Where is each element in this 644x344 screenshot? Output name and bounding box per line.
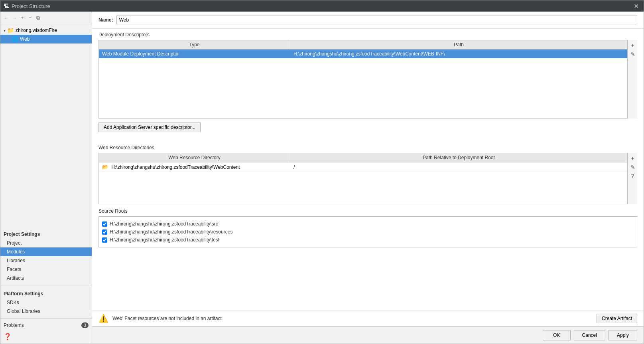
source-roots-title: Source Roots bbox=[98, 208, 637, 214]
dialog-body: ← → + − ⧉ ▾ 📁 zhirong.wisdomFire 🌐 Web bbox=[0, 12, 644, 344]
nav-item-artifacts[interactable]: Artifacts bbox=[0, 274, 92, 283]
source-root-label-0: H:\zhirong\zhangshu\zhirong.zsfoodTracea… bbox=[110, 221, 218, 227]
apply-button[interactable]: Apply bbox=[609, 330, 637, 340]
close-button[interactable]: ✕ bbox=[632, 2, 640, 10]
wr-col2-header: Path Relative to Deployment Root bbox=[290, 153, 627, 162]
web-resource-title: Web Resource Directories bbox=[98, 145, 637, 150]
wr-table: Web Resource Directory Path Relative to … bbox=[98, 153, 628, 204]
help-icon[interactable]: ❓ bbox=[4, 333, 12, 340]
help-wr-btn[interactable]: ? bbox=[629, 172, 637, 180]
tree-item-web[interactable]: 🌐 Web bbox=[0, 35, 92, 43]
left-panel: ← → + − ⧉ ▾ 📁 zhirong.wisdomFire 🌐 Web bbox=[0, 12, 92, 344]
nav-item-global-libraries[interactable]: Global Libraries bbox=[0, 307, 92, 316]
back-button[interactable]: ← bbox=[3, 14, 10, 22]
wr-directory-cell: 📂 H:\zhirong\zhangshu\zhirong.zsfoodTrac… bbox=[99, 162, 290, 172]
name-input[interactable] bbox=[116, 16, 637, 24]
source-root-checkbox-0[interactable] bbox=[102, 221, 107, 227]
add-module-button[interactable]: + bbox=[19, 14, 26, 22]
source-root-row-2: H:\zhirong\zhangshu\zhirong.zsfoodTracea… bbox=[102, 236, 634, 244]
descriptor-row[interactable]: Web Module Deployment Descriptor H:\zhir… bbox=[99, 49, 627, 58]
deployment-table: Type Path Web Module Deployment Descript… bbox=[98, 40, 628, 119]
nav-item-libraries[interactable]: Libraries bbox=[0, 256, 92, 265]
source-root-label-1: H:\zhirong\zhangshu\zhirong.zsfoodTracea… bbox=[110, 229, 232, 235]
source-roots-area: H:\zhirong\zhangshu\zhirong.zsfoodTracea… bbox=[98, 216, 637, 247]
tree-root-label: zhirong.wisdomFire bbox=[16, 28, 57, 33]
add-wr-btn[interactable]: + bbox=[629, 154, 637, 162]
wr-data-row[interactable]: 📂 H:\zhirong\zhangshu\zhirong.zsfoodTrac… bbox=[99, 162, 627, 172]
main-panel: Name: Deployment Descriptors Type Path bbox=[92, 12, 644, 344]
problems-row[interactable]: Problems 3 bbox=[0, 321, 92, 330]
source-root-row-0: H:\zhirong\zhangshu\zhirong.zsfoodTracea… bbox=[102, 220, 634, 228]
nav-item-project[interactable]: Project bbox=[0, 239, 92, 247]
bottom-bar: OK Cancel Apply bbox=[92, 326, 644, 344]
source-root-checkbox-2[interactable] bbox=[102, 237, 107, 243]
forward-button[interactable]: → bbox=[11, 14, 18, 22]
wr-table-header: Web Resource Directory Path Relative to … bbox=[99, 153, 627, 162]
deployment-descriptors-area: Type Path Web Module Deployment Descript… bbox=[98, 40, 637, 119]
module-tree: ▾ 📁 zhirong.wisdomFire 🌐 Web bbox=[0, 24, 92, 228]
nav-item-facets[interactable]: Facets bbox=[0, 265, 92, 274]
dialog-title-icon: 🏗 bbox=[4, 3, 9, 9]
add-descriptor-btn[interactable]: + bbox=[629, 42, 637, 49]
web-icon: 🌐 bbox=[12, 36, 18, 42]
deployment-table-header: Type Path bbox=[99, 40, 627, 49]
deployment-side-toolbar: + ✎ bbox=[628, 40, 637, 119]
descriptor-type-cell: Web Module Deployment Descriptor bbox=[99, 49, 290, 58]
copy-module-button[interactable]: ⧉ bbox=[34, 14, 42, 22]
problems-badge: 3 bbox=[81, 322, 89, 328]
source-root-label-2: H:\zhirong\zhangshu\zhirong.zsfoodTracea… bbox=[110, 237, 219, 243]
add-descriptor-server-btn[interactable]: Add Application Server specific descript… bbox=[98, 123, 201, 132]
name-row: Name: bbox=[92, 12, 644, 29]
warning-bar: ⚠️ 'Web' Facet resources are not include… bbox=[92, 310, 644, 326]
ok-button[interactable]: OK bbox=[543, 330, 571, 340]
deployment-descriptors-title: Deployment Descriptors bbox=[98, 32, 637, 38]
name-label: Name: bbox=[98, 17, 113, 23]
col-type-header: Type bbox=[99, 40, 290, 49]
nav-item-modules[interactable]: Modules bbox=[0, 247, 92, 256]
create-artifact-button[interactable]: Create Artifact bbox=[597, 314, 637, 323]
col-path-header: Path bbox=[290, 40, 627, 49]
project-structure-dialog: 🏗 Project Structure ✕ ← → + − ⧉ ▾ 📁 zhir… bbox=[0, 0, 644, 344]
dialog-title: Project Structure bbox=[12, 3, 50, 9]
deployment-empty-area bbox=[99, 58, 627, 118]
tree-web-label: Web bbox=[20, 36, 30, 42]
title-bar-left: 🏗 Project Structure bbox=[4, 3, 50, 9]
edit-descriptor-btn[interactable]: ✎ bbox=[629, 50, 637, 58]
nav-toolbar: ← → + − ⧉ bbox=[0, 12, 92, 24]
folder-icon: 📁 bbox=[7, 27, 14, 34]
cancel-button[interactable]: Cancel bbox=[574, 330, 605, 340]
wr-table-container: Web Resource Directory Path Relative to … bbox=[98, 153, 628, 204]
tree-item-root[interactable]: ▾ 📁 zhirong.wisdomFire bbox=[0, 26, 92, 35]
main-content: Deployment Descriptors Type Path Web Mod… bbox=[92, 29, 644, 310]
project-settings-header: Project Settings bbox=[0, 228, 92, 239]
source-root-checkbox-1[interactable] bbox=[102, 229, 107, 235]
divider bbox=[0, 285, 92, 285]
wr-relative-path-cell: / bbox=[290, 163, 627, 172]
wr-folder-icon: 📂 bbox=[102, 164, 108, 170]
descriptor-path-cell: H:\zhirong\zhangshu\zhirong.zsfoodTracea… bbox=[290, 49, 627, 58]
add-descriptor-area: Add Application Server specific descript… bbox=[98, 123, 637, 138]
web-resource-area: Web Resource Directory Path Relative to … bbox=[98, 153, 637, 204]
nav-item-sdks[interactable]: SDKs bbox=[0, 298, 92, 307]
deployment-table-container: Type Path Web Module Deployment Descript… bbox=[98, 40, 628, 119]
divider2 bbox=[0, 318, 92, 318]
chevron-down-icon: ▾ bbox=[4, 28, 6, 33]
wr-side-toolbar: + ✎ ? bbox=[628, 153, 637, 204]
source-root-row-1: H:\zhirong\zhangshu\zhirong.zsfoodTracea… bbox=[102, 228, 634, 236]
remove-module-button[interactable]: − bbox=[27, 14, 34, 22]
wr-col1-header: Web Resource Directory bbox=[99, 153, 290, 162]
platform-settings-header: Platform Settings bbox=[0, 288, 92, 298]
edit-wr-btn[interactable]: ✎ bbox=[629, 163, 637, 171]
wr-empty-area bbox=[99, 172, 627, 204]
title-bar: 🏗 Project Structure ✕ bbox=[0, 0, 644, 12]
warning-text: 'Web' Facet resources are not included i… bbox=[112, 316, 593, 321]
warning-icon: ⚠️ bbox=[98, 314, 108, 323]
help-area: ❓ bbox=[0, 330, 92, 344]
